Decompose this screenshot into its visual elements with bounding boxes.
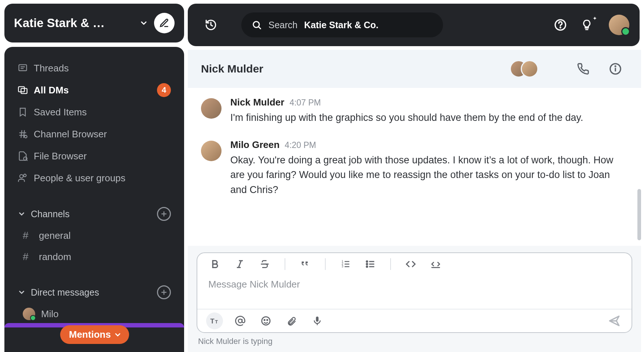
svg-rect-0 xyxy=(19,65,27,71)
bold-button[interactable] xyxy=(208,257,222,271)
add-channel-button[interactable] xyxy=(157,207,171,221)
message-text: I'm finishing up with the graphics so yo… xyxy=(230,110,628,125)
nav-channel-browser[interactable]: Channel Browser xyxy=(4,123,184,145)
message-text: Okay. You're doing a great job with thos… xyxy=(230,153,628,197)
whats-new-button[interactable]: ✦ xyxy=(578,16,596,34)
file-browser-icon xyxy=(18,151,34,161)
channels-section-header[interactable]: Channels xyxy=(4,203,184,225)
nav-threads[interactable]: Threads xyxy=(4,57,184,79)
message-input[interactable]: Message Nick Mulder xyxy=(197,275,632,309)
hash-icon: # xyxy=(23,230,39,241)
nav-label: File Browser xyxy=(34,151,171,162)
message[interactable]: Milo Green 4:20 PM Okay. You're doing a … xyxy=(201,139,628,197)
people-icon xyxy=(18,173,34,183)
history-button[interactable] xyxy=(202,16,219,33)
svg-text:3: 3 xyxy=(342,265,344,268)
svg-line-11 xyxy=(27,160,28,161)
add-dm-button[interactable] xyxy=(157,285,171,299)
conversation-header: Nick Mulder xyxy=(188,50,641,88)
svg-line-29 xyxy=(239,261,241,268)
svg-line-19 xyxy=(211,25,212,26)
divider xyxy=(390,258,391,270)
attach-button[interactable] xyxy=(283,312,300,329)
svg-point-47 xyxy=(262,317,270,325)
svg-point-49 xyxy=(267,319,268,320)
composer-actions: TT xyxy=(197,309,632,332)
hash-icon: # xyxy=(23,251,39,263)
ordered-list-button[interactable]: 123 xyxy=(338,257,353,271)
svg-text:T: T xyxy=(215,319,218,325)
sparkle-icon: ✦ xyxy=(593,15,597,21)
section-title: Direct messages xyxy=(31,287,157,298)
divider xyxy=(325,258,326,270)
dm-icon xyxy=(18,85,34,95)
divider xyxy=(285,258,285,270)
workspace-switcher[interactable]: Katie Stark & … xyxy=(4,4,184,42)
call-button[interactable] xyxy=(575,61,591,77)
scrollbar-thumb[interactable] xyxy=(637,189,641,240)
code-block-button[interactable] xyxy=(428,257,443,271)
mention-button[interactable] xyxy=(232,312,249,329)
svg-line-7 xyxy=(21,130,22,138)
unread-badge: 4 xyxy=(157,83,171,97)
svg-point-12 xyxy=(20,175,23,178)
mic-button[interactable] xyxy=(309,312,326,329)
svg-line-21 xyxy=(259,27,260,29)
italic-button[interactable] xyxy=(233,257,247,271)
sidebar: Threads All DMs 4 Saved Items Channel Br… xyxy=(4,47,184,352)
svg-rect-50 xyxy=(316,316,319,322)
chevron-down-icon xyxy=(18,210,31,218)
svg-point-40 xyxy=(366,261,368,262)
svg-point-13 xyxy=(23,174,26,177)
message-time: 4:20 PM xyxy=(285,140,316,150)
header-bar: Search Katie Stark & Co. ✦ xyxy=(188,4,640,46)
search-scope: Katie Stark & Co. xyxy=(304,20,378,30)
nav-all-dms[interactable]: All DMs 4 xyxy=(4,79,184,101)
help-button[interactable] xyxy=(552,16,569,34)
conversation-title[interactable]: Nick Mulder xyxy=(201,63,510,75)
nav-label: Saved Items xyxy=(34,107,171,118)
dms-section-header[interactable]: Direct messages xyxy=(4,281,184,303)
send-button[interactable] xyxy=(606,312,623,329)
quote-button[interactable] xyxy=(298,257,312,271)
emoji-button[interactable] xyxy=(257,312,274,329)
message-placeholder: Message Nick Mulder xyxy=(208,279,300,290)
dm-name: Milo xyxy=(41,308,59,320)
channel-item[interactable]: # random xyxy=(4,246,184,267)
chevron-down-icon xyxy=(137,16,150,30)
info-button[interactable] xyxy=(607,61,623,77)
nav-label: All DMs xyxy=(34,85,157,96)
strikethrough-button[interactable] xyxy=(257,257,272,271)
chevron-down-icon xyxy=(18,288,31,296)
search-input[interactable]: Search Katie Stark & Co. xyxy=(241,12,443,37)
nav-people-groups[interactable]: People & user groups xyxy=(4,167,184,189)
svg-point-23 xyxy=(560,27,561,28)
nav-label: Threads xyxy=(34,63,171,74)
channel-item[interactable]: # general xyxy=(4,225,184,246)
composer: 123 Message Nick Mulder TT xyxy=(197,252,632,333)
member-avatars[interactable] xyxy=(510,60,538,78)
avatar xyxy=(521,60,538,78)
avatar xyxy=(201,98,222,119)
mentions-button[interactable]: Mentions xyxy=(60,325,129,344)
typing-indicator: Nick Mulder is typing xyxy=(198,337,631,346)
svg-point-48 xyxy=(264,319,265,320)
bullet-list-button[interactable] xyxy=(363,257,378,271)
workspace-name: Katie Stark & … xyxy=(14,16,136,30)
format-toolbar: 123 xyxy=(197,253,632,275)
channel-browser-icon xyxy=(18,129,34,139)
compose-button[interactable] xyxy=(154,13,175,33)
nav-saved-items[interactable]: Saved Items xyxy=(4,101,184,123)
dm-item[interactable]: Milo xyxy=(4,303,184,325)
svg-point-42 xyxy=(366,266,368,267)
nav-label: Channel Browser xyxy=(34,129,171,140)
toggle-format-button[interactable]: TT xyxy=(206,312,223,329)
avatar xyxy=(201,141,222,161)
search-label: Search xyxy=(268,20,297,30)
message[interactable]: Nick Mulder 4:07 PM I'm finishing up wit… xyxy=(201,97,628,125)
profile-avatar[interactable] xyxy=(609,15,629,35)
threads-icon xyxy=(18,63,34,73)
search-icon xyxy=(252,20,262,30)
code-button[interactable] xyxy=(403,257,418,271)
nav-file-browser[interactable]: File Browser xyxy=(4,145,184,167)
